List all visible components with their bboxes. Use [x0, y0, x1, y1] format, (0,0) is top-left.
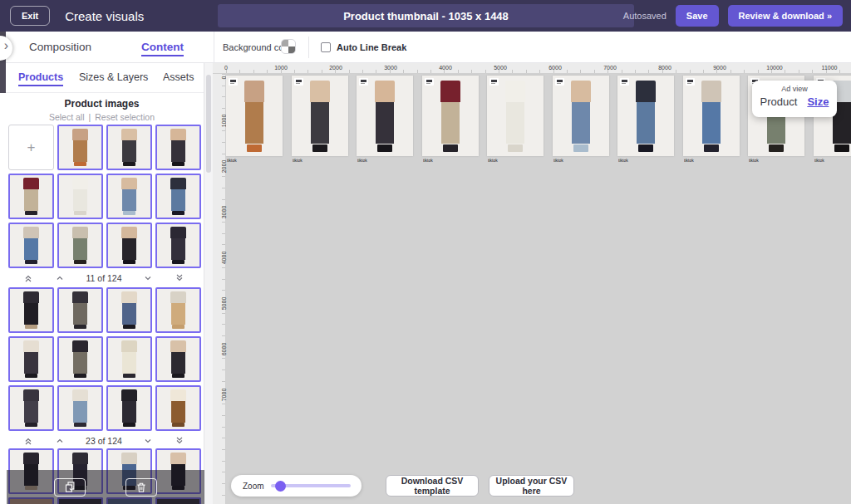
- garment-shoes: [25, 423, 37, 427]
- product-thumbnail[interactable]: [57, 287, 103, 333]
- chevron-down-icon[interactable]: [143, 273, 153, 283]
- panel-scrollbar-thumb[interactable]: [206, 75, 211, 173]
- product-thumbnail[interactable]: [155, 336, 201, 382]
- garment-bottom: [122, 238, 136, 260]
- product-thumbnail[interactable]: [155, 223, 201, 268]
- background-color-swatch[interactable]: [281, 39, 296, 54]
- garment-shoes: [312, 144, 327, 152]
- canvas-product-card[interactable]: [422, 76, 479, 156]
- canvas-product-card[interactable]: [226, 76, 283, 156]
- double-chevron-up-icon[interactable]: [23, 273, 33, 283]
- product-thumbnail[interactable]: [155, 385, 201, 431]
- canvas-product-card[interactable]: [357, 76, 413, 156]
- canvas-card-label: tiktok: [293, 158, 303, 163]
- garment-top: [23, 227, 39, 239]
- canvas-product-card[interactable]: [487, 76, 544, 156]
- ad-view-option-product[interactable]: Product: [760, 95, 798, 108]
- auto-line-break-checkbox[interactable]: [321, 42, 331, 52]
- upload-csv-button[interactable]: Upload your CSV here: [489, 475, 574, 497]
- subtab-assets[interactable]: Assets: [163, 71, 194, 83]
- garment-top: [170, 389, 186, 402]
- garment-top: [23, 291, 39, 304]
- product-thumbnail[interactable]: [8, 287, 54, 333]
- canvas-product-card[interactable]: [617, 76, 674, 156]
- tab-composition[interactable]: Composition: [29, 41, 91, 53]
- product-thumbnail[interactable]: [155, 125, 201, 170]
- garment-top: [23, 453, 39, 465]
- garment-shoes: [573, 144, 588, 152]
- product-thumbnail[interactable]: [57, 385, 103, 431]
- exit-button[interactable]: Exit: [10, 6, 50, 26]
- tab-content[interactable]: Content: [141, 41, 184, 56]
- product-image: [10, 387, 52, 429]
- product-image: [422, 76, 479, 156]
- chevron-right-icon: ›: [4, 38, 8, 53]
- canvas-card-label: tiktok: [553, 158, 563, 163]
- garment-shoes: [172, 211, 184, 215]
- garment-bottom: [122, 401, 136, 423]
- canvas-card-label: tiktok: [357, 158, 367, 163]
- download-csv-button[interactable]: Download CSV template: [386, 475, 479, 497]
- subtab-products[interactable]: Products: [18, 71, 63, 86]
- double-chevron-up-icon[interactable]: [23, 436, 33, 446]
- chevron-up-icon[interactable]: [55, 273, 65, 283]
- brand-badge-text: [622, 83, 626, 84]
- brand-badge-logo: [296, 80, 302, 82]
- product-image: [108, 289, 150, 331]
- garment-top: [440, 81, 460, 102]
- ruler-label: 4000: [439, 65, 452, 71]
- ruler-label: 5000: [494, 65, 507, 71]
- document-title-bar[interactable]: Product thumbnail - 1035 x 1448: [218, 4, 634, 27]
- product-thumbnail[interactable]: [8, 385, 54, 431]
- garment-bottom: [171, 189, 185, 211]
- subtab-sizes-layers[interactable]: Sizes & Layers: [79, 71, 148, 83]
- product-thumbnail[interactable]: [57, 125, 103, 170]
- garment-shoes: [172, 325, 184, 329]
- product-image: [617, 76, 674, 156]
- ruler-label: 3000: [384, 65, 397, 71]
- ruler-label: 8000: [658, 65, 671, 71]
- canvas-product-card[interactable]: [292, 76, 348, 156]
- product-image: [683, 76, 740, 156]
- product-thumbnail[interactable]: [155, 174, 201, 219]
- chevron-down-icon[interactable]: [143, 436, 153, 446]
- delete-button[interactable]: [125, 478, 157, 497]
- product-thumbnail[interactable]: [106, 223, 152, 268]
- garment-bottom: [171, 352, 185, 374]
- product-thumbnail[interactable]: [57, 223, 103, 268]
- canvas-product-card[interactable]: [553, 76, 609, 156]
- product-thumbnail[interactable]: [106, 125, 152, 170]
- brand-badge-text: [230, 83, 234, 84]
- double-chevron-down-icon[interactable]: [175, 273, 184, 283]
- select-all-link[interactable]: Select all: [49, 112, 85, 122]
- links-divider: |: [89, 112, 91, 122]
- zoom-slider[interactable]: [271, 484, 351, 487]
- product-thumbnail[interactable]: [106, 287, 152, 333]
- product-thumbnail[interactable]: [155, 287, 201, 333]
- review-download-button[interactable]: Review & download »: [728, 5, 843, 27]
- product-images-title: Product images: [0, 98, 204, 110]
- ad-view-option-size[interactable]: Size: [807, 95, 829, 108]
- product-thumbnail[interactable]: [106, 174, 152, 219]
- add-product-tile[interactable]: +: [8, 125, 54, 170]
- double-chevron-down-icon[interactable]: [175, 436, 184, 446]
- garment-shoes: [123, 260, 135, 264]
- product-thumbnail[interactable]: [106, 336, 152, 382]
- canvas-product-card[interactable]: [683, 76, 740, 156]
- save-button[interactable]: Save: [676, 5, 719, 27]
- canvas-content[interactable]: Ad view Product Size Zoom Download CSV t…: [226, 74, 851, 504]
- chevron-up-icon[interactable]: [55, 436, 65, 446]
- product-thumbnail[interactable]: [8, 223, 54, 268]
- duplicate-button[interactable]: [54, 478, 86, 497]
- product-thumbnail[interactable]: [57, 174, 103, 219]
- product-image: [553, 76, 609, 156]
- product-thumbnail[interactable]: [57, 336, 103, 382]
- brand-badge-logo: [426, 80, 432, 82]
- garment-top: [121, 340, 137, 353]
- product-thumbnail[interactable]: [106, 385, 152, 431]
- product-thumbnail[interactable]: [8, 174, 54, 219]
- reset-selection-link[interactable]: Reset selection: [95, 112, 155, 122]
- product-thumbnail[interactable]: [8, 336, 54, 382]
- zoom-slider-thumb[interactable]: [275, 481, 286, 492]
- garment-shoes: [25, 260, 37, 264]
